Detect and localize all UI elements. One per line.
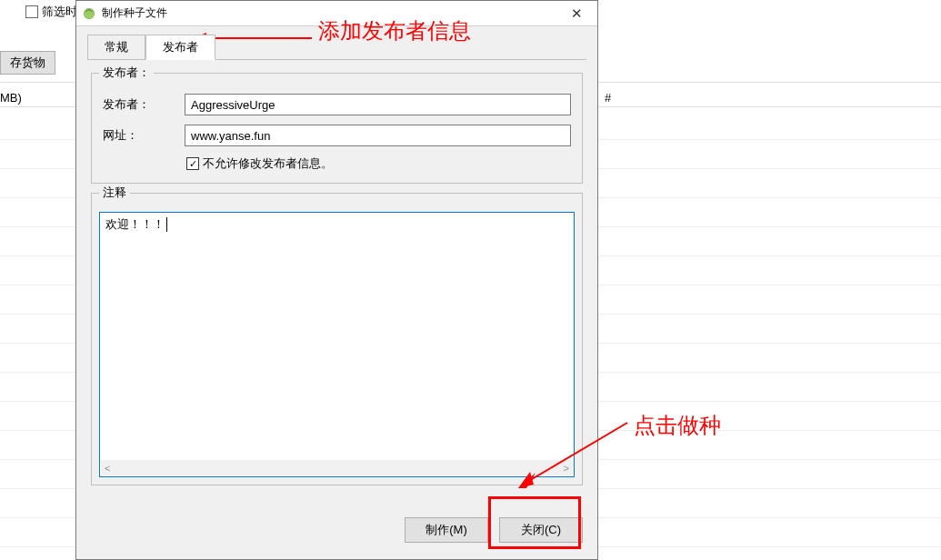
make-button-label: 制作(M) — [425, 522, 467, 538]
comment-legend: 注释 — [99, 185, 130, 201]
publisher-name-input[interactable] — [185, 94, 571, 115]
comment-textarea[interactable]: 欢迎！！！ < > — [99, 212, 575, 477]
filter-checkbox-label: 筛选时 — [42, 4, 77, 20]
publisher-name-label: 发布者： — [103, 96, 172, 113]
filter-checkbox[interactable]: 筛选时 — [25, 4, 77, 20]
text-caret-icon — [166, 217, 167, 232]
close-button-label: 关闭(C) — [521, 522, 561, 538]
publisher-url-label: 网址： — [103, 127, 172, 144]
lock-publisher-checkbox[interactable]: ✓ 不允许修改发布者信息。 — [186, 155, 571, 172]
store-button[interactable]: 存货物 — [0, 51, 55, 75]
lock-publisher-label: 不允许修改发布者信息。 — [203, 155, 333, 172]
tab-general[interactable]: 常规 — [87, 35, 145, 60]
titlebar: 制作种子文件 ✕ — [76, 1, 597, 26]
store-button-label: 存货物 — [10, 55, 45, 69]
create-torrent-dialog: 制作种子文件 ✕ 常规 发布者 发布者： 发布者： 网址： ✓ 不允许修改发布者… — [75, 0, 598, 560]
tab-publisher[interactable]: 发布者 — [145, 35, 215, 60]
tabs: 常规 发布者 — [87, 34, 597, 59]
dialog-buttons: 制作(M) 关闭(C) — [405, 517, 583, 543]
close-button[interactable]: 关闭(C) — [499, 517, 583, 543]
publisher-url-input[interactable] — [185, 125, 571, 146]
checkmark-icon: ✓ — [186, 157, 199, 170]
comment-fieldset: 注释 欢迎！！！ < > — [91, 193, 583, 485]
app-icon — [82, 6, 96, 21]
checkbox-box-icon — [25, 5, 38, 18]
publisher-legend: 发布者： — [99, 65, 154, 81]
col-hash-label: # — [605, 91, 611, 105]
comment-value: 欢迎！！！ — [105, 216, 165, 233]
col-size-label: MB) — [0, 91, 22, 105]
tab-publisher-label: 发布者 — [163, 40, 198, 54]
publisher-name-row: 发布者： — [103, 94, 571, 115]
scroll-left-icon: < — [105, 463, 110, 474]
close-icon[interactable]: ✕ — [556, 1, 597, 26]
tab-panel-publisher: 发布者： 发布者： 网址： ✓ 不允许修改发布者信息。 注释 欢迎！！！ — [76, 60, 597, 500]
horizontal-scrollbar[interactable]: < > — [101, 460, 573, 475]
publisher-url-row: 网址： — [103, 125, 571, 146]
dialog-title: 制作种子文件 — [102, 5, 167, 21]
svg-point-1 — [85, 10, 95, 19]
make-button[interactable]: 制作(M) — [405, 517, 488, 543]
tab-general-label: 常规 — [105, 40, 128, 54]
scroll-right-icon: > — [564, 463, 569, 474]
publisher-fieldset: 发布者： 发布者： 网址： ✓ 不允许修改发布者信息。 — [91, 73, 583, 184]
